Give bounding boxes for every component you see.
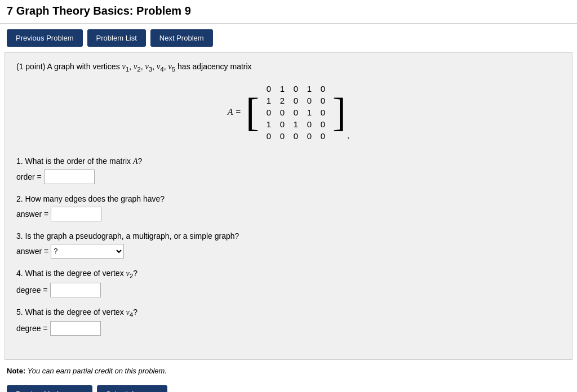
nav-buttons: Previous Problem Problem List Next Probl… [0,24,577,52]
question-text-q2: 2. How many edges does the graph have? [16,194,561,203]
question-block-q3: 3. Is the graph a pseudograph, a multigr… [16,231,561,259]
preview-answers-button[interactable]: Preview My Answers [7,385,92,392]
matrix-cell: 0 [292,131,300,141]
matrix-cell: 0 [292,96,300,105]
matrix-cell: 0 [278,108,286,117]
matrix-cell: 1 [305,84,313,93]
question-block-q2: 2. How many edges does the graph have?an… [16,194,561,221]
question-block-q4: 4. What is the degree of vertex v2?degre… [16,269,561,297]
matrix-cell: 0 [319,84,327,93]
matrix-cell: 0 [278,119,286,129]
submit-answers-button[interactable]: Submit Answers [97,385,167,392]
answer-input-q1[interactable] [44,170,95,184]
matrix-cell: 0 [319,131,327,141]
matrix-cell: 0 [305,131,313,141]
answer-input-q4[interactable] [50,283,101,297]
question-text-q3: 3. Is the graph a pseudograph, a multigr… [16,231,561,240]
matrix-cell: 0 [292,108,300,117]
note-section: Note: You can earn partial credit on thi… [0,360,577,381]
problem-list-button[interactable]: Problem List [87,29,146,47]
matrix-cell: 0 [305,96,313,105]
note-text: You can earn partial credit on this prob… [28,367,167,375]
matrix-cell: 0 [319,108,327,117]
answer-row-q1: order = [16,170,561,184]
answer-row-q5: degree = [16,321,561,336]
matrix-cell: 1 [265,96,273,105]
matrix-cell: 0 [265,131,273,141]
matrix-cell: 1 [305,108,313,117]
answer-label-q5: degree = [16,324,48,333]
matrix-cell: 0 [292,84,300,93]
answer-input-q2[interactable] [51,207,101,221]
questions-container: 1. What is the order of the matrix A?ord… [16,154,561,349]
question-block-q1: 1. What is the order of the matrix A?ord… [16,157,561,184]
prev-problem-button[interactable]: Previous Problem [7,29,83,47]
answer-label-q1: order = [16,172,42,181]
matrix-cell: 1 [278,84,286,93]
matrix-cell: 1 [265,119,273,129]
matrix-cell: 0 [319,96,327,105]
note-label: Note: [7,367,25,375]
answer-row-q3: answer =?pseudographmultigraphsimple gra… [16,244,561,259]
matrix-cell: 0 [265,108,273,117]
bottom-buttons: Preview My Answers Submit Answers [0,381,577,392]
matrix-cell: 1 [292,119,300,129]
matrix-cell: 0 [305,119,313,129]
question-block-q5: 5. What is the degree of vertex v4?degre… [16,308,561,336]
matrix-cell: 0 [319,119,327,129]
question-text-q4: 4. What is the degree of vertex v2? [16,269,561,279]
matrix-cell: 2 [278,96,286,105]
answer-label-q4: degree = [16,286,48,295]
problem-box: (1 point) A graph with vertices v1, v2, … [5,52,572,360]
answer-label-q2: answer = [16,210,48,219]
answer-select-q3[interactable]: ?pseudographmultigraphsimple graph [51,244,124,259]
matrix-cell: 0 [265,84,273,93]
answer-label-q3: answer = [16,247,48,256]
answer-input-q5[interactable] [50,321,101,336]
matrix-area: A = [ 0101012000000101010000000 ] . [16,82,561,143]
problem-intro: (1 point) A graph with vertices v1, v2, … [16,62,561,73]
answer-row-q4: degree = [16,283,561,297]
page-title: 7 Graph Theory Basics: Problem 9 [0,0,577,24]
question-text-q5: 5. What is the degree of vertex v4? [16,308,561,318]
question-text-q1: 1. What is the order of the matrix A? [16,157,561,166]
next-problem-button[interactable]: Next Problem [150,29,213,47]
answer-row-q2: answer = [16,207,561,221]
matrix-cell: 0 [278,131,286,141]
